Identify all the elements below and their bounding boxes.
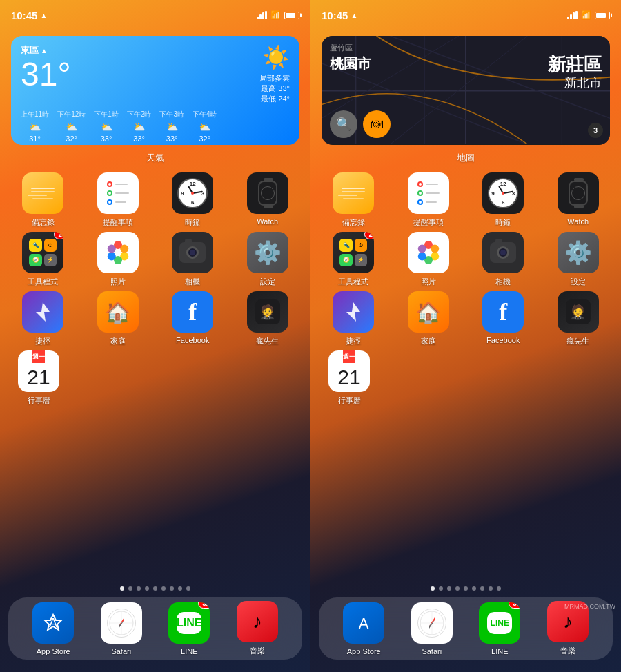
app-row-2-right: 🔦 ⏱ 🧭 ⚡ 2 工具程式 (316, 232, 615, 287)
app-settings-right[interactable]: ⚙️ 設定 (551, 232, 606, 287)
app-shortcuts-right[interactable]: 捷徑 (326, 291, 381, 346)
app-row-2-left: 🔦 ⏱ 🧭 ⚡ 2 工具程式 (6, 232, 305, 287)
svg-point-28 (418, 253, 426, 261)
status-icons-right: 📶 (567, 10, 610, 20)
app-reminders-right[interactable]: 提醒事項 (401, 172, 456, 228)
svg-point-5 (108, 245, 116, 253)
map-badge: 3 (588, 123, 603, 138)
page-dots-left (0, 586, 310, 591)
svg-text:A: A (359, 615, 369, 632)
app-camera-right[interactable]: 相機 (475, 232, 531, 287)
status-time-right: 10:45 ▲ (322, 10, 357, 21)
app-facebook-right[interactable]: f Facebook (475, 291, 531, 346)
battery-icon-left (284, 12, 299, 19)
dock-appstore-right[interactable]: A App Store (336, 602, 391, 655)
weather-temp: 31° (21, 58, 71, 91)
app-crazy-right[interactable]: 🤵 瘋先生 (551, 291, 606, 346)
watermark: MRMAD.COM.TW (564, 603, 615, 610)
svg-point-29 (418, 245, 426, 253)
app-utilities-right[interactable]: 🔦 ⏱ 🧭 ⚡ 2 工具程式 (326, 232, 381, 287)
right-phone: 10:45 ▲ 📶 (310, 0, 621, 672)
app-facebook-left[interactable]: f Facebook (165, 291, 220, 346)
status-time-left: 10:45 ▲ (11, 10, 47, 21)
app-home-right[interactable]: 🏠 家庭 (401, 291, 456, 346)
app-camera-left[interactable]: 相機 (165, 232, 220, 287)
svg-point-6 (115, 249, 121, 256)
dock-safari-left[interactable]: Safari (94, 602, 149, 655)
svg-point-30 (425, 249, 432, 256)
dock-left: A App Store Safari (8, 597, 302, 660)
weather-condition: 局部多雲 最高 33° 最低 24° (259, 73, 290, 104)
map-search-btn[interactable]: 🔍 (330, 110, 357, 138)
app-notes-left[interactable]: 備忘錄 (15, 172, 70, 228)
dock-line-left[interactable]: LINE 32 LINE (161, 602, 217, 655)
app-clock-right[interactable]: 12369 時鐘 (475, 172, 531, 228)
app-calendar-left[interactable]: 週一 21 行事曆 (11, 350, 66, 406)
map-widget-label: 地圖 (310, 152, 621, 164)
map-main-city: 新莊區 (548, 55, 602, 75)
app-row-3-left: 捷徑 🏠 家庭 f Facebook 🤵 瘋先生 (6, 291, 305, 346)
svg-point-1 (120, 245, 128, 253)
status-bar-right: 10:45 ▲ 📶 (310, 0, 621, 30)
left-phone: 10:45 ▲ 📶 東區 ▲ 31° (0, 0, 310, 672)
app-home-left[interactable]: 🏠 家庭 (90, 291, 146, 346)
weather-location: 東區 ▲ (21, 44, 71, 57)
app-watch-left[interactable]: Watch (240, 172, 295, 228)
svg-point-4 (108, 253, 116, 261)
map-left-city: 桃園市 (330, 55, 371, 73)
location-arrow-right: ▲ (351, 12, 357, 19)
map-widget[interactable]: 蘆竹區 桃園市 新莊區 新北市 🔍 🍽 3 (322, 36, 610, 145)
map-topleft-city: 蘆竹區 (330, 43, 602, 53)
weather-widget[interactable]: 東區 ▲ 31° ☀️ 局部多雲 最高 33° 最低 24° 上午11時 ⛅ 3… (11, 36, 299, 145)
status-icons-left: 📶 (257, 10, 299, 20)
app-crazy-left[interactable]: 🤵 瘋先生 (240, 291, 295, 346)
weather-sun-icon: ☀️ (262, 44, 290, 70)
battery-icon-right (595, 12, 610, 19)
app-watch-right[interactable]: Watch (551, 172, 606, 228)
app-row-4-right: 週一 21 行事曆 (316, 350, 615, 406)
app-settings-left[interactable]: ⚙️ 設定 (240, 232, 295, 287)
app-grid-left: 備忘錄 提醒事項 12369 (0, 172, 310, 577)
status-bar-left: 10:45 ▲ 📶 (0, 0, 310, 30)
page-dots-right (310, 586, 621, 591)
app-row-4-left: 週一 21 行事曆 (6, 350, 305, 406)
signal-icon-right (567, 11, 578, 19)
svg-point-25 (431, 245, 439, 253)
map-sub-city: 新北市 (548, 75, 602, 91)
signal-icon-left (257, 11, 267, 19)
app-utilities-left[interactable]: 🔦 ⏱ 🧭 ⚡ 2 工具程式 (15, 232, 70, 287)
app-clock-left[interactable]: 12369 時鐘 (165, 172, 220, 228)
dock-line-right[interactable]: LINE 32 LINE (472, 602, 527, 655)
app-row-1-right: 備忘錄 提醒事項 12369 (316, 172, 615, 228)
app-reminders-left[interactable]: 提醒事項 (90, 172, 146, 228)
wifi-icon-right: 📶 (581, 10, 591, 20)
svg-text:A: A (49, 616, 57, 630)
dock-appstore-left[interactable]: A App Store (26, 602, 81, 655)
app-grid-right: 備忘錄 提醒事項 12369 (310, 172, 621, 577)
map-food-btn[interactable]: 🍽 (363, 110, 391, 138)
location-arrow-left: ▲ (40, 12, 47, 19)
dock-safari-right[interactable]: Safari (404, 602, 460, 655)
app-shortcuts-left[interactable]: 捷徑 (15, 291, 70, 346)
dock-music-left[interactable]: ♪ 音樂 (230, 601, 285, 656)
app-photos-right[interactable]: 照片 (401, 232, 456, 287)
weather-widget-label: 天氣 (0, 152, 310, 164)
app-row-3-right: 捷徑 🏠 家庭 f Facebook 🤵 瘋先生 (316, 291, 615, 346)
app-photos-left[interactable]: 照片 (90, 232, 146, 287)
wifi-icon-left: 📶 (270, 10, 281, 20)
weather-hourly: 上午11時 ⛅ 31° 下午12時 ⛅ 32° 下午1時 ⛅ 33° 下午2時 … (21, 110, 290, 143)
app-row-1-left: 備忘錄 提醒事項 12369 (6, 172, 305, 228)
app-notes-right[interactable]: 備忘錄 (326, 172, 381, 228)
app-calendar-right[interactable]: 週一 21 行事曆 (322, 350, 377, 406)
